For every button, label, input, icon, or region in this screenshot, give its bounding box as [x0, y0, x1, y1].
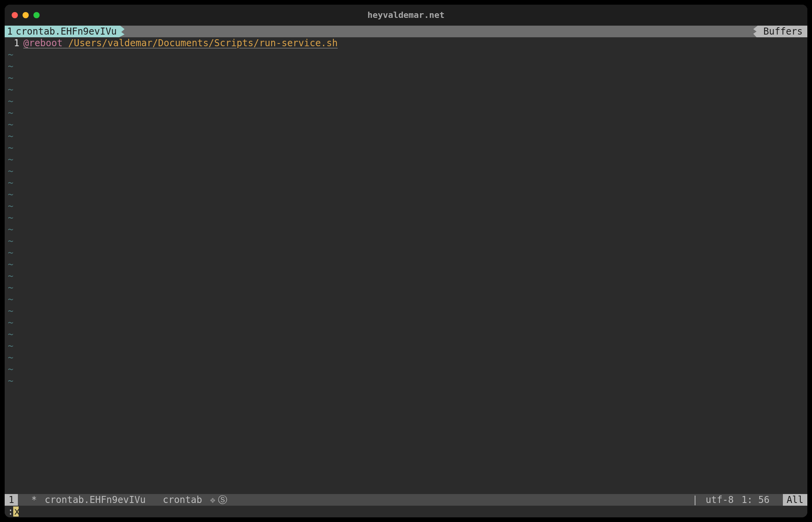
tilde-icon: ~ [5, 61, 13, 72]
empty-line: ~ [5, 165, 807, 177]
buffers-label: Buffers [763, 26, 803, 37]
tilde-icon: ~ [5, 96, 13, 107]
statusline: 1 * crontab.EHFn9evIVu crontab ❖ Ⓢ | utf… [5, 494, 807, 506]
empty-line: ~ [5, 224, 807, 235]
tilde-icon: ~ [5, 130, 13, 142]
empty-line: ~ [5, 329, 807, 340]
tilde-icon: ~ [5, 375, 13, 387]
status-encoding: utf-8 [702, 494, 737, 506]
tilde-icon: ~ [5, 270, 13, 282]
tilde-icon: ~ [5, 224, 13, 235]
tab-index: 1 [7, 26, 12, 37]
tilde-icon: ~ [5, 329, 13, 340]
tilde-icon: ~ [5, 154, 13, 165]
editor-area[interactable]: 1 @reboot /Users/valdemar/Documents/Scri… [5, 37, 807, 494]
status-position: 1: 56 [737, 494, 773, 506]
diamond-icon: ❖ [210, 494, 215, 506]
empty-line: ~ [5, 119, 807, 130]
line-number: 1 [5, 37, 23, 49]
empty-line: ~ [5, 235, 807, 247]
cron-keyword: @reboot [23, 38, 63, 49]
empty-line: ~ [5, 317, 807, 329]
status-filename: crontab.EHFn9evIVu [41, 494, 150, 506]
tilde-icon: ~ [5, 200, 13, 212]
tilde-icon: ~ [5, 119, 13, 130]
spell-icon: Ⓢ [218, 494, 227, 506]
tilde-icon: ~ [5, 189, 13, 200]
empty-line: ~ [5, 247, 807, 259]
empty-line: ~ [5, 154, 807, 165]
tilde-icon: ~ [5, 340, 13, 352]
tabline-spacer [130, 26, 748, 37]
empty-line: ~ [5, 270, 807, 282]
empty-line: ~ [5, 375, 807, 387]
tilde-icon: ~ [5, 247, 13, 259]
tilde-icon: ~ [5, 107, 13, 119]
empty-line: ~ [5, 200, 807, 212]
status-modified-flag: * [27, 494, 40, 506]
empty-line: ~ [5, 84, 807, 96]
tilde-icon: ~ [5, 282, 13, 294]
empty-line: ~ [5, 107, 807, 119]
empty-line: ~ [5, 96, 807, 107]
terminal-window: heyvaldemar.net 1 crontab.EHFn9evIVu Buf… [5, 5, 807, 517]
space [63, 38, 68, 49]
tilde-icon: ~ [5, 259, 13, 270]
tab-separator-icon [748, 26, 759, 37]
tab-active[interactable]: 1 crontab.EHFn9evIVu [5, 26, 119, 37]
tilde-icon: ~ [5, 84, 13, 96]
tilde-icon: ~ [5, 364, 13, 375]
empty-line: ~ [5, 177, 807, 189]
status-separator: | [688, 494, 702, 506]
status-filetype: crontab [159, 494, 206, 506]
code-line[interactable]: 1 @reboot /Users/valdemar/Documents/Scri… [5, 37, 807, 49]
empty-line: ~ [5, 130, 807, 142]
status-window-number: 1 [5, 494, 18, 506]
empty-line: ~ [5, 259, 807, 270]
cmd-text: x [14, 506, 19, 517]
empty-line: ~ [5, 305, 807, 317]
empty-lines: ~~~~~~~~~~~~~~~~~~~~~~~~~~~~~ [5, 49, 807, 494]
empty-line: ~ [5, 72, 807, 84]
titlebar: heyvaldemar.net [5, 5, 807, 26]
empty-line: ~ [5, 282, 807, 294]
tilde-icon: ~ [5, 142, 13, 154]
empty-line: ~ [5, 189, 807, 200]
empty-line: ~ [5, 212, 807, 224]
tilde-icon: ~ [5, 352, 13, 364]
empty-line: ~ [5, 49, 807, 61]
tilde-icon: ~ [5, 72, 13, 84]
tilde-icon: ~ [5, 235, 13, 247]
cmd-colon: : [8, 506, 13, 517]
tilde-icon: ~ [5, 177, 13, 189]
tilde-icon: ~ [5, 294, 13, 305]
tab-separator-icon [119, 26, 130, 37]
tabline: 1 crontab.EHFn9evIVu Buffers [5, 26, 807, 37]
empty-line: ~ [5, 352, 807, 364]
command-line[interactable]: :x [5, 506, 807, 517]
cursor-icon: x [13, 506, 19, 517]
empty-line: ~ [5, 142, 807, 154]
buffers-tab[interactable]: Buffers [759, 26, 807, 37]
code-content[interactable]: @reboot /Users/valdemar/Documents/Script… [23, 37, 338, 49]
empty-line: ~ [5, 294, 807, 305]
tilde-icon: ~ [5, 212, 13, 224]
empty-line: ~ [5, 61, 807, 72]
window-title: heyvaldemar.net [5, 10, 807, 21]
status-indicators: ❖ Ⓢ [206, 494, 231, 506]
status-os [681, 494, 688, 506]
tab-filename: crontab.EHFn9evIVu [16, 26, 117, 37]
tilde-icon: ~ [5, 49, 13, 61]
tilde-icon: ~ [5, 317, 13, 329]
tilde-icon: ~ [5, 305, 13, 317]
cron-path: /Users/valdemar/Documents/Scripts/run-se… [68, 38, 338, 49]
empty-line: ~ [5, 340, 807, 352]
status-percent: All [783, 494, 807, 506]
tilde-icon: ~ [5, 165, 13, 177]
empty-line: ~ [5, 364, 807, 375]
